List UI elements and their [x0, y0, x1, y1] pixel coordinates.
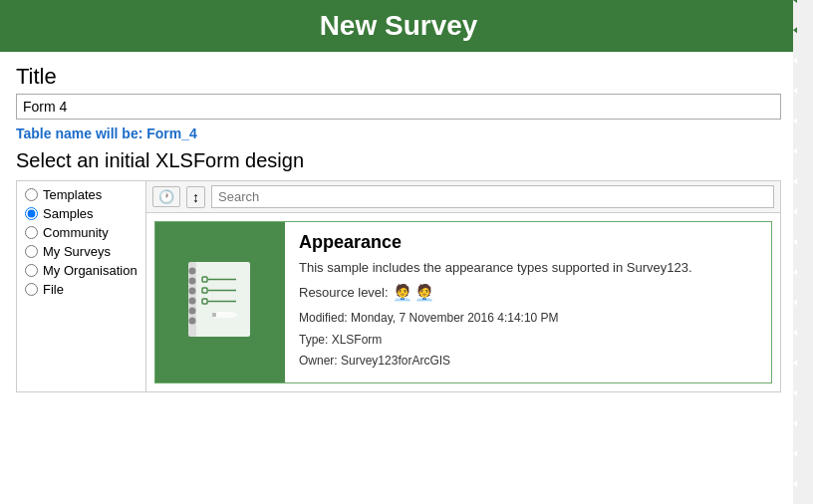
- card-title: Appearance: [299, 232, 757, 253]
- svg-point-3: [189, 278, 196, 285]
- radio-file[interactable]: File: [25, 282, 137, 297]
- filter-panel: Templates Samples Community My Surveys M…: [16, 180, 781, 392]
- survey-card[interactable]: Appearance This sample includes the appe…: [154, 221, 772, 383]
- radio-samples[interactable]: Samples: [25, 206, 137, 221]
- resource-icons: 🧑‍💼 🧑‍💼: [393, 283, 434, 302]
- svg-point-2: [189, 268, 196, 275]
- recent-button[interactable]: 🕐: [152, 186, 180, 207]
- svg-rect-16: [212, 313, 216, 317]
- radio-templates[interactable]: Templates: [25, 187, 137, 202]
- card-modified: Modified: Monday, 7 November 2016 4:14:1…: [299, 308, 757, 330]
- card-area: Appearance This sample includes the appe…: [146, 213, 780, 391]
- search-input[interactable]: [211, 185, 774, 208]
- sort-button[interactable]: ↕: [186, 186, 205, 208]
- svg-point-6: [189, 308, 196, 315]
- select-design-label: Select an initial XLSForm design: [16, 149, 781, 172]
- results-toolbar: 🕐 ↕: [146, 181, 780, 213]
- sort-icon: ↕: [192, 189, 199, 205]
- source-radio-list: Templates Samples Community My Surveys M…: [16, 180, 145, 392]
- card-meta: Modified: Monday, 7 November 2016 4:14:1…: [299, 308, 757, 373]
- svg-point-5: [189, 298, 196, 305]
- radio-community[interactable]: Community: [25, 225, 137, 240]
- table-name-info: Table name will be: Form_4: [16, 126, 781, 141]
- radio-mysurveys[interactable]: My Surveys: [25, 244, 137, 259]
- card-body: Appearance This sample includes the appe…: [285, 222, 771, 382]
- resource-icon-2: 🧑‍💼: [414, 283, 434, 302]
- svg-point-4: [189, 288, 196, 295]
- svg-rect-14: [214, 312, 232, 318]
- table-name-prefix: Table name will be:: [16, 126, 146, 141]
- svg-rect-0: [192, 262, 250, 337]
- clock-icon: 🕐: [158, 189, 174, 204]
- survey-thumbnail-icon: [180, 257, 260, 347]
- title-input[interactable]: [16, 94, 781, 120]
- card-thumbnail: [155, 222, 285, 382]
- table-name-value: Form_4: [146, 126, 197, 141]
- card-owner: Owner: Survey123forArcGIS: [299, 351, 757, 373]
- svg-point-7: [189, 318, 196, 325]
- card-description: This sample includes the appearance type…: [299, 259, 757, 277]
- radio-myorg[interactable]: My Organisation: [25, 263, 137, 278]
- card-type: Type: XLSForm: [299, 330, 757, 352]
- resource-icon-1: 🧑‍💼: [393, 283, 412, 302]
- resource-label: Resource level:: [299, 285, 389, 300]
- page-header: New Survey: [0, 0, 797, 52]
- title-label: Title: [16, 64, 781, 90]
- resource-level: Resource level: 🧑‍💼 🧑‍💼: [299, 283, 757, 302]
- main-content: Title Table name will be: Form_4 Select …: [0, 52, 797, 404]
- page-title: New Survey: [20, 10, 777, 42]
- results-panel: 🕐 ↕: [145, 180, 781, 392]
